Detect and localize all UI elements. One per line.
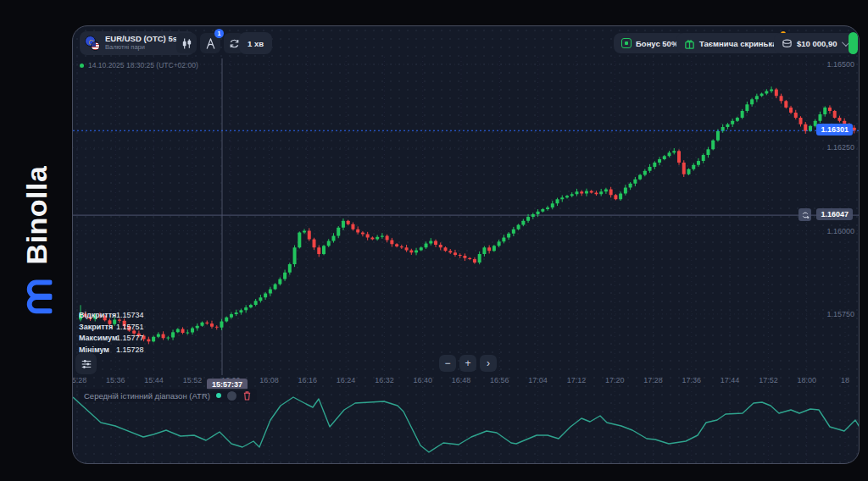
- current-price-badge: 1.16301: [816, 124, 853, 135]
- candle-body: [668, 152, 671, 156]
- candle-body: [288, 264, 292, 273]
- candle-body: [244, 307, 248, 310]
- balance-amount: $10 000,90: [797, 39, 837, 48]
- sliders-icon: [81, 358, 92, 370]
- candle-body: [351, 224, 354, 229]
- indicator-count-badge: 1: [214, 29, 224, 38]
- candle-body: [453, 252, 457, 255]
- strike-loop-icon: [801, 211, 810, 219]
- strike-price-badge: 1.16047: [816, 208, 853, 220]
- price-axis-label: 1.16500: [826, 60, 854, 69]
- candle-body: [444, 247, 448, 251]
- close-value: 1.15751: [116, 322, 144, 334]
- candle-body: [487, 247, 491, 251]
- candle-body: [283, 273, 287, 279]
- atr-label: Середній істинний діапазон (ATR): [84, 391, 210, 401]
- time-label: 17:52: [759, 376, 778, 384]
- candle-body: [507, 234, 510, 238]
- scroll-right-button[interactable]: ›: [480, 355, 497, 372]
- candle-body: [604, 189, 608, 191]
- candle-body: [439, 245, 442, 247]
- candle-body: [653, 163, 656, 167]
- candle-body: [235, 312, 238, 314]
- candle-body: [828, 108, 832, 111]
- bonus-button[interactable]: Бонус 50%: [614, 33, 686, 53]
- candle-body: [322, 246, 326, 254]
- candle-body: [254, 301, 258, 305]
- candle-body: [409, 250, 413, 252]
- candle-body: [853, 128, 856, 131]
- candle-body: [400, 246, 403, 247]
- strike-chip[interactable]: [798, 208, 811, 221]
- candle-body: [745, 104, 748, 111]
- atr-line: [73, 397, 860, 452]
- candle-body: [201, 323, 204, 326]
- candle-body: [741, 111, 744, 118]
- candle-body: [498, 241, 501, 246]
- candle-body: [799, 118, 803, 124]
- delete-indicator-icon[interactable]: [242, 390, 252, 401]
- candle-body: [570, 194, 574, 196]
- coins-icon: [782, 38, 793, 49]
- candle-body: [468, 258, 471, 259]
- candle-body: [157, 334, 160, 336]
- candle-body: [239, 310, 242, 312]
- ohlc-panel: Відкриття1.15734 Закриття1.15751 Максиму…: [79, 310, 144, 356]
- time-label: 17:04: [528, 376, 548, 384]
- candle-body: [386, 235, 389, 240]
- candle-body: [823, 108, 826, 114]
- candle-body: [205, 323, 209, 323]
- deposit-button-partial[interactable]: [849, 32, 858, 54]
- zoom-out-button[interactable]: −: [439, 355, 456, 372]
- candle-body: [482, 247, 486, 254]
- candle-body: [682, 163, 686, 174]
- candle-body: [716, 131, 720, 141]
- candle-body: [619, 194, 622, 200]
- open-value: 1.15734: [116, 310, 144, 322]
- candle-body: [818, 114, 821, 121]
- balance-selector[interactable]: $10 000,90: [774, 33, 855, 53]
- candle-body: [225, 318, 228, 322]
- price-axis-label: 1.16250: [826, 143, 854, 152]
- chart-type-button[interactable]: [176, 33, 197, 53]
- candle-body: [594, 192, 598, 194]
- trading-window: 15:2815:3615:4415:5216:0016:0816:1616:24…: [72, 25, 860, 464]
- candle-body: [152, 337, 155, 342]
- datetime-text: 14.10.2025 18:30:25 (UTC+02:00): [88, 61, 198, 69]
- mystery-box-label: Таємнича скринька: [699, 39, 776, 48]
- time-label: 15:36: [106, 376, 125, 384]
- bonus-icon: [621, 38, 632, 48]
- chart-settings-button[interactable]: [75, 353, 97, 374]
- candle-body: [186, 333, 189, 334]
- time-label: 17:44: [721, 376, 740, 384]
- time-label: 18: [841, 376, 849, 384]
- brand-strip: Binolla: [0, 0, 72, 481]
- candle-body: [166, 337, 170, 338]
- candle-body: [370, 237, 374, 239]
- session-timestamp: 14.10.2025 18:30:25 (UTC+02:00): [80, 61, 198, 69]
- candle-body: [789, 108, 793, 113]
- candle-body: [633, 180, 637, 184]
- candle-body: [565, 196, 569, 197]
- mystery-box-button[interactable]: Таємнича скринька: [676, 33, 784, 53]
- candle-body: [750, 99, 754, 104]
- indicators-button[interactable]: 1: [200, 33, 220, 53]
- candle-body: [526, 217, 530, 221]
- candle-body: [361, 233, 364, 235]
- candle-body: [342, 221, 345, 228]
- time-label: 16:56: [490, 376, 509, 384]
- zoom-in-button[interactable]: +: [459, 355, 476, 372]
- candle-body: [599, 191, 603, 194]
- timeframe-button[interactable]: 1 хв: [239, 32, 272, 54]
- symbol-category: Валютні пари: [105, 44, 177, 52]
- candle-body: [390, 240, 393, 245]
- visibility-icon[interactable]: [227, 391, 236, 401]
- candlestick-icon: [181, 37, 193, 50]
- candle-body: [356, 229, 359, 233]
- candle-body: [629, 184, 632, 188]
- candle-body: [537, 212, 540, 214]
- candle-body: [191, 328, 194, 332]
- time-label: 16:24: [337, 376, 356, 384]
- candle-body: [580, 191, 583, 193]
- candle-body: [521, 221, 525, 225]
